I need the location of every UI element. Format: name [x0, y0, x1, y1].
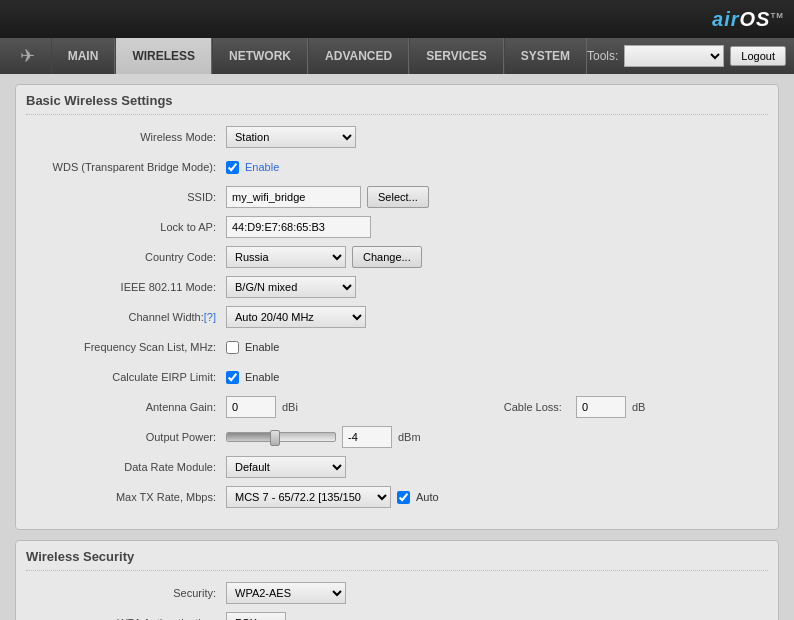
security-row: Security: WPA2-AES WPA-AES WPA-TKIP None — [26, 581, 768, 605]
wireless-security-section: Wireless Security Security: WPA2-AES WPA… — [15, 540, 779, 620]
channel-width-row: Channel Width:[?] Auto 20/40 MHz 20 MHz … — [26, 305, 768, 329]
logo-air: air — [712, 8, 739, 30]
gain-loss-control: dBi Cable Loss: dB — [226, 396, 768, 418]
tools-label: Tools: — [587, 49, 618, 63]
tools-select[interactable] — [624, 45, 724, 67]
tab-main[interactable]: MAIN — [51, 38, 116, 74]
data-rate-select[interactable]: Default Custom — [226, 456, 346, 478]
wds-checkbox[interactable] — [226, 161, 239, 174]
ssid-control: Select... — [226, 186, 768, 208]
max-tx-auto-label: Auto — [416, 491, 439, 503]
wpa-auth-control: PSK EAP — [226, 612, 768, 620]
header: airOSTM — [0, 0, 794, 38]
ieee-mode-row: IEEE 802.11 Mode: B/G/N mixed B/G mixed … — [26, 275, 768, 299]
antenna-gain-label: Antenna Gain: — [26, 401, 226, 413]
wireless-mode-select[interactable]: Station Access Point Access Point WDS St… — [226, 126, 356, 148]
ieee-mode-control: B/G/N mixed B/G mixed N only — [226, 276, 768, 298]
logo-os: OS — [740, 8, 771, 30]
basic-section-title: Basic Wireless Settings — [26, 93, 768, 115]
freq-scan-control: Enable — [226, 341, 768, 354]
tab-network[interactable]: NETWORK — [212, 38, 308, 74]
slider-thumb[interactable] — [270, 430, 280, 446]
lock-ap-row: Lock to AP: — [26, 215, 768, 239]
ssid-input[interactable] — [226, 186, 361, 208]
tab-services[interactable]: SERVICES — [409, 38, 503, 74]
eirp-enable-label: Enable — [245, 371, 279, 383]
eirp-label: Calculate EIRP Limit: — [26, 371, 226, 383]
cable-loss-input[interactable] — [576, 396, 626, 418]
wireless-mode-row: Wireless Mode: Station Access Point Acce… — [26, 125, 768, 149]
max-tx-control: MCS 7 - 65/72.2 [135/150 MCS 6 MCS 5 Aut… — [226, 486, 768, 508]
data-rate-control: Default Custom — [226, 456, 768, 478]
max-tx-label: Max TX Rate, Mbps: — [26, 491, 226, 503]
wpa-auth-select[interactable]: PSK EAP — [226, 612, 286, 620]
tab-advanced[interactable]: ADVANCED — [308, 38, 409, 74]
logo-tm: TM — [770, 11, 784, 20]
ieee-mode-select[interactable]: B/G/N mixed B/G mixed N only — [226, 276, 356, 298]
wds-row: WDS (Transparent Bridge Mode): Enable — [26, 155, 768, 179]
output-power-row: Output Power: dBm — [26, 425, 768, 449]
wireless-mode-label: Wireless Mode: — [26, 131, 226, 143]
nav-logo-icon[interactable]: ✈ — [5, 38, 51, 74]
max-tx-row: Max TX Rate, Mbps: MCS 7 - 65/72.2 [135/… — [26, 485, 768, 509]
wds-control: Enable — [226, 161, 768, 174]
data-rate-row: Data Rate Module: Default Custom — [26, 455, 768, 479]
country-code-label: Country Code: — [26, 251, 226, 263]
country-code-row: Country Code: Russia United States Germa… — [26, 245, 768, 269]
eirp-checkbox[interactable] — [226, 371, 239, 384]
ieee-mode-label: IEEE 802.11 Mode: — [26, 281, 226, 293]
security-section-title: Wireless Security — [26, 549, 768, 571]
wds-label: WDS (Transparent Bridge Mode): — [26, 161, 226, 173]
wpa-auth-row: WPA Authentication: PSK EAP — [26, 611, 768, 620]
output-power-label: Output Power: — [26, 431, 226, 443]
nav-tools: Tools: Logout — [587, 38, 794, 74]
security-label: Security: — [26, 587, 226, 599]
output-power-unit: dBm — [398, 431, 421, 443]
security-control: WPA2-AES WPA-AES WPA-TKIP None — [226, 582, 768, 604]
lock-ap-control — [226, 216, 768, 238]
antenna-gain-unit: dBi — [282, 401, 298, 413]
eirp-control: Enable — [226, 371, 768, 384]
output-power-control: dBm — [226, 426, 768, 448]
max-tx-select[interactable]: MCS 7 - 65/72.2 [135/150 MCS 6 MCS 5 — [226, 486, 391, 508]
basic-wireless-section: Basic Wireless Settings Wireless Mode: S… — [15, 84, 779, 530]
output-power-slider[interactable] — [226, 432, 336, 442]
channel-width-label: Channel Width:[?] — [26, 311, 226, 323]
ssid-select-button[interactable]: Select... — [367, 186, 429, 208]
country-code-control: Russia United States Germany France Chan… — [226, 246, 768, 268]
lock-ap-label: Lock to AP: — [26, 221, 226, 233]
tab-system[interactable]: SYSTEM — [504, 38, 587, 74]
logout-button[interactable]: Logout — [730, 46, 786, 66]
max-tx-auto-checkbox[interactable] — [397, 491, 410, 504]
eirp-row: Calculate EIRP Limit: Enable — [26, 365, 768, 389]
ssid-label: SSID: — [26, 191, 226, 203]
country-code-select[interactable]: Russia United States Germany France — [226, 246, 346, 268]
navbar: ✈ MAIN WIRELESS NETWORK ADVANCED SERVICE… — [0, 38, 794, 74]
country-change-button[interactable]: Change... — [352, 246, 422, 268]
freq-scan-row: Frequency Scan List, MHz: Enable — [26, 335, 768, 359]
wds-enable-label: Enable — [245, 161, 279, 173]
ssid-row: SSID: Select... — [26, 185, 768, 209]
channel-width-control: Auto 20/40 MHz 20 MHz 40 MHz — [226, 306, 768, 328]
lock-ap-input[interactable] — [226, 216, 371, 238]
gain-loss-row: Antenna Gain: dBi Cable Loss: dB — [26, 395, 768, 419]
channel-width-select[interactable]: Auto 20/40 MHz 20 MHz 40 MHz — [226, 306, 366, 328]
wireless-mode-control: Station Access Point Access Point WDS St… — [226, 126, 768, 148]
output-power-input[interactable] — [342, 426, 392, 448]
cable-loss-label: Cable Loss: — [370, 401, 570, 413]
freq-scan-enable-label: Enable — [245, 341, 279, 353]
cable-loss-unit: dB — [632, 401, 645, 413]
antenna-gain-input[interactable] — [226, 396, 276, 418]
freq-scan-checkbox[interactable] — [226, 341, 239, 354]
security-select[interactable]: WPA2-AES WPA-AES WPA-TKIP None — [226, 582, 346, 604]
freq-scan-label: Frequency Scan List, MHz: — [26, 341, 226, 353]
logo: airOSTM — [712, 8, 784, 31]
tab-wireless[interactable]: WIRELESS — [115, 38, 212, 74]
slider-fill — [227, 433, 270, 441]
data-rate-label: Data Rate Module: — [26, 461, 226, 473]
content: Basic Wireless Settings Wireless Mode: S… — [0, 74, 794, 620]
